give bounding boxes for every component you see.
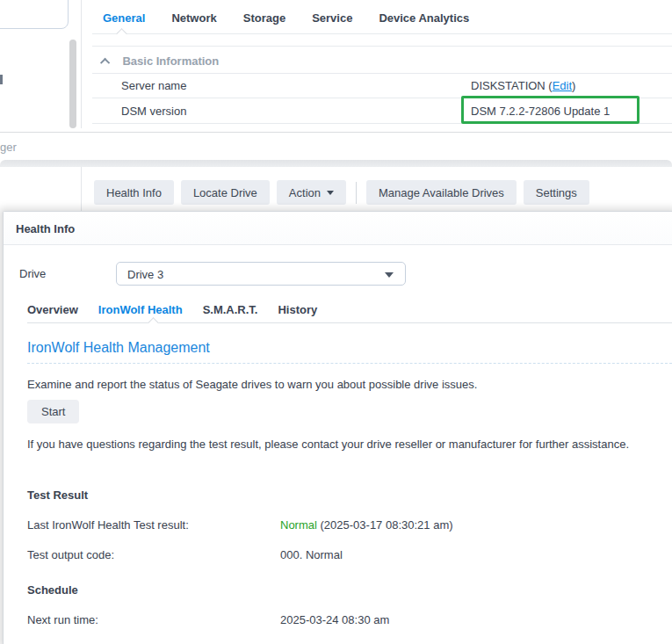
start-button[interactable]: Start [27, 400, 79, 423]
last-test-detail: (2025-03-17 08:30:21 am) [317, 518, 453, 532]
storage-manager-window: ger Health Info Locate Drive Action Mana… [0, 133, 672, 211]
schedule-title: Schedule [27, 583, 78, 597]
section-divider [92, 46, 672, 47]
scrollbar-thumb[interactable] [69, 40, 76, 128]
screen: General Network Storage Service Device A… [0, 0, 672, 644]
dsm-version-label: DSM version [121, 105, 186, 118]
manage-available-drives-button[interactable]: Manage Available Drives [366, 180, 517, 205]
dialog-title: Health Info [16, 222, 75, 235]
active-tab-notch [116, 28, 127, 40]
output-code-value: 000. Normal [280, 548, 343, 561]
toolbar-separator [356, 182, 357, 204]
last-test-value: Normal (2025-03-17 08:30:21 am) [280, 518, 453, 532]
caret-down-icon [327, 191, 334, 195]
health-info-button[interactable]: Health Info [94, 180, 174, 205]
highlight-box [461, 96, 639, 124]
chevron-up-icon [100, 58, 110, 68]
tab-history[interactable]: History [278, 303, 317, 316]
health-info-dialog: Health Info Drive Drive 3 Overview IronW… [3, 211, 672, 644]
row-divider [92, 73, 672, 74]
dialog-tabs: Overview IronWolf Health S.M.A.R.T. Hist… [27, 303, 317, 316]
tab-general[interactable]: General [103, 11, 145, 25]
button-label: Locate Drive [193, 186, 257, 199]
tab-underline [27, 322, 672, 323]
tab-network[interactable]: Network [171, 11, 216, 25]
window-title-fragment: ger [0, 141, 17, 154]
vertical-divider [81, 0, 82, 128]
tab-underline [92, 33, 672, 34]
drive-select-value: Drive 3 [127, 268, 163, 281]
action-menu-button[interactable]: Action [277, 180, 346, 205]
edit-link[interactable]: Edit [553, 79, 572, 92]
test-result-title: Test Result [27, 488, 88, 502]
drive-label: Drive [19, 267, 46, 280]
page-title: IronWolf Health Management [27, 340, 210, 356]
tab-overview[interactable]: Overview [27, 303, 78, 316]
active-tab-notch [148, 317, 159, 329]
settings-button[interactable]: Settings [524, 180, 589, 205]
tab-smart[interactable]: S.M.A.R.T. [203, 303, 258, 316]
output-code-label: Test output code: [27, 548, 114, 561]
dialog-titlebar[interactable]: Health Info [4, 212, 672, 245]
note-text: If you have questions regarding the test… [27, 436, 647, 453]
description-text: Examine and report the status of Seagate… [27, 376, 660, 394]
tab-service[interactable]: Service [312, 11, 352, 25]
button-label: Manage Available Drives [379, 186, 504, 199]
next-run-value: 2025-03-24 08:30 am [280, 613, 389, 626]
control-panel-tabs: General Network Storage Service Device A… [103, 11, 469, 25]
control-panel-window: General Network Storage Service Device A… [0, 0, 672, 133]
storage-manager-toolbar: Health Info Locate Drive Action Manage A… [94, 180, 589, 205]
tab-device-analytics[interactable]: Device Analytics [379, 11, 469, 25]
server-name-text: DISKSTATION ( [471, 79, 553, 92]
button-label: Action [289, 186, 321, 199]
basic-information-header[interactable]: Basic Information [103, 53, 219, 69]
tab-storage[interactable]: Storage [243, 11, 285, 25]
section-title: Basic Information [122, 54, 219, 68]
sidebar-fragment [0, 75, 3, 84]
vertical-divider [81, 167, 82, 211]
button-label: Health Info [106, 186, 162, 199]
panel-top-edge [0, 160, 672, 167]
status-badge: Normal [280, 518, 317, 532]
dashed-divider [27, 363, 672, 364]
caret-down-icon [385, 272, 394, 278]
button-label: Start [41, 405, 65, 418]
server-name-label: Server name [121, 79, 186, 92]
last-test-label: Last IronWolf Health Test result: [27, 518, 189, 532]
drive-select[interactable]: Drive 3 [116, 262, 406, 286]
server-name-value: DISKSTATION (Edit) [471, 79, 575, 92]
locate-drive-button[interactable]: Locate Drive [181, 180, 270, 205]
tab-ironwolf-health[interactable]: IronWolf Health [98, 303, 183, 316]
search-input[interactable] [0, 0, 69, 29]
button-label: Settings [536, 186, 577, 199]
next-run-label: Next run time: [27, 613, 98, 626]
server-name-paren: ) [572, 79, 575, 92]
